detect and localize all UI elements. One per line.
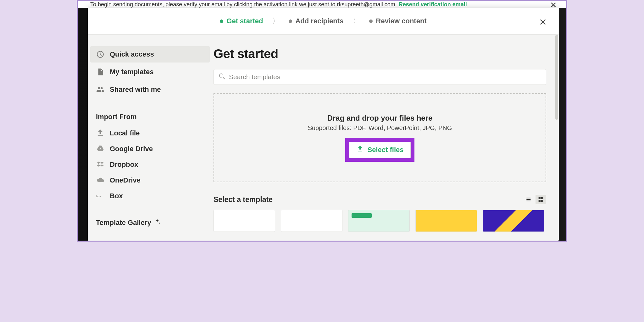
sidebar-item-label: Quick access bbox=[110, 50, 154, 58]
step-dot-icon bbox=[220, 19, 223, 23]
template-card[interactable] bbox=[214, 210, 275, 232]
sidebar-item-quick-access[interactable]: Quick access bbox=[90, 46, 210, 63]
sidebar-item-my-templates[interactable]: My templates bbox=[90, 64, 210, 80]
step-label: Add recipients bbox=[295, 17, 343, 25]
step-label: Review content bbox=[376, 17, 426, 25]
onedrive-icon bbox=[96, 176, 105, 185]
people-icon bbox=[96, 85, 105, 94]
template-gallery-label: Template Gallery bbox=[96, 219, 151, 227]
template-card[interactable] bbox=[281, 210, 342, 232]
select-template-heading: Select a template bbox=[214, 195, 273, 204]
dropzone-subtitle: Supported files: PDF, Word, PowerPoint, … bbox=[308, 124, 452, 132]
step-get-started[interactable]: Get started bbox=[220, 17, 263, 25]
select-files-button[interactable]: Select files bbox=[349, 142, 411, 158]
import-local-file[interactable]: Local file bbox=[90, 125, 210, 141]
banner-text: To begin sending documents, please verif… bbox=[90, 1, 397, 8]
modal-main: Get started Drag and drop your files her… bbox=[212, 35, 559, 241]
step-label: Get started bbox=[226, 17, 263, 25]
box-icon: box bbox=[96, 192, 105, 200]
step-dot-icon bbox=[369, 19, 373, 23]
step-review-content[interactable]: Review content bbox=[369, 17, 426, 25]
template-card[interactable] bbox=[415, 210, 477, 232]
verify-email-banner: To begin sending documents, please verif… bbox=[78, 1, 566, 8]
close-icon[interactable]: ✕ bbox=[539, 17, 547, 28]
sidebar-item-label: My templates bbox=[110, 68, 153, 76]
search-icon bbox=[218, 73, 226, 81]
file-dropzone[interactable]: Drag and drop your files here Supported … bbox=[214, 93, 546, 182]
annotation-highlight: Select files bbox=[345, 138, 415, 162]
resend-verification-link[interactable]: Resend verification email bbox=[399, 1, 467, 8]
import-label: OneDrive bbox=[110, 176, 141, 184]
upload-icon bbox=[356, 145, 364, 155]
import-label: Dropbox bbox=[110, 161, 138, 169]
file-icon bbox=[96, 68, 105, 76]
select-files-label: Select files bbox=[368, 146, 404, 154]
template-card-row bbox=[214, 210, 546, 232]
banner-close-icon[interactable]: ✕ bbox=[550, 1, 557, 8]
upload-icon bbox=[96, 129, 105, 138]
grid-view-button[interactable] bbox=[536, 195, 546, 204]
import-google-drive[interactable]: Google Drive bbox=[90, 141, 210, 157]
step-add-recipients[interactable]: Add recipients bbox=[289, 17, 343, 25]
import-label: Google Drive bbox=[110, 145, 153, 153]
template-card[interactable] bbox=[483, 210, 544, 232]
step-dot-icon bbox=[289, 19, 292, 23]
svg-text:box: box bbox=[96, 195, 101, 198]
dropbox-icon bbox=[96, 160, 105, 169]
clock-icon bbox=[96, 50, 105, 59]
import-box[interactable]: box Box bbox=[90, 188, 210, 204]
chevron-right-icon: 〉 bbox=[353, 16, 360, 26]
modal-sidebar: Quick access My templates Shared with me… bbox=[88, 35, 212, 241]
template-gallery-heading[interactable]: Template Gallery bbox=[88, 204, 212, 230]
search-input[interactable] bbox=[229, 73, 541, 81]
page-title: Get started bbox=[214, 47, 546, 61]
import-dropbox[interactable]: Dropbox bbox=[90, 157, 210, 172]
import-label: Local file bbox=[110, 129, 140, 137]
chevron-right-icon: 〉 bbox=[272, 16, 279, 26]
import-onedrive[interactable]: OneDrive bbox=[90, 172, 210, 188]
create-document-modal: Get started 〉 Add recipients 〉 Review co… bbox=[88, 8, 559, 241]
modal-stepper-header: Get started 〉 Add recipients 〉 Review co… bbox=[88, 8, 559, 35]
list-view-button[interactable] bbox=[523, 195, 534, 204]
sidebar-item-shared-with-me[interactable]: Shared with me bbox=[90, 81, 210, 98]
import-label: Box bbox=[110, 192, 123, 200]
dropzone-title: Drag and drop your files here bbox=[327, 114, 433, 123]
scrollbar[interactable] bbox=[555, 35, 558, 120]
google-drive-icon bbox=[96, 145, 105, 153]
import-from-heading: Import From bbox=[88, 99, 212, 125]
search-templates-field[interactable] bbox=[214, 69, 546, 85]
sparkle-icon bbox=[154, 218, 161, 227]
sidebar-item-label: Shared with me bbox=[110, 85, 161, 94]
template-card[interactable] bbox=[348, 210, 410, 232]
